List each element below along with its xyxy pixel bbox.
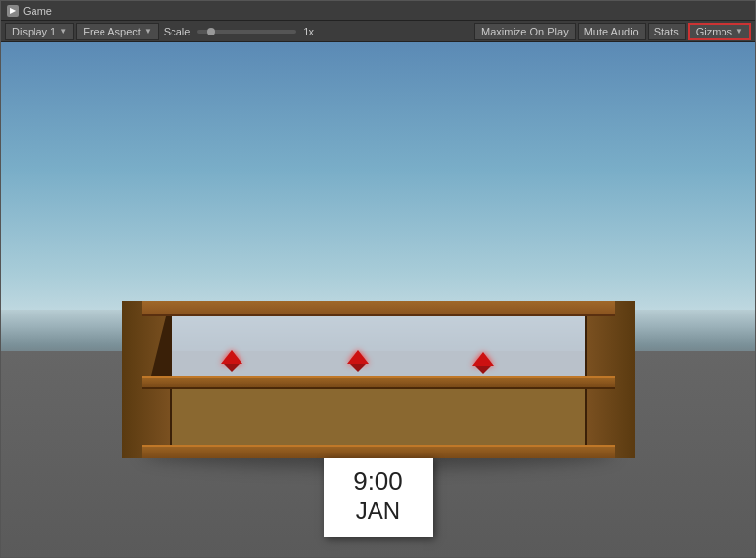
scale-value: 1x [300, 26, 317, 37]
clock-time: 9:00 [344, 466, 413, 497]
shelf-top-board [142, 301, 615, 316]
unity-game-window: ▶ Game Display 1 ▼ Free Aspect ▼ Scale 1… [0, 0, 756, 558]
scale-slider[interactable] [197, 30, 296, 34]
stats-button[interactable]: Stats [648, 23, 686, 40]
gem-left-bottom [224, 364, 240, 372]
mute-label: Mute Audio [584, 26, 639, 37]
gem-center-top [347, 350, 369, 364]
title-bar: ▶ Game [1, 1, 755, 21]
shelf-middle-board [142, 376, 615, 389]
gizmos-button[interactable]: Gizmos ▼ [688, 23, 751, 40]
gem-right-top [472, 352, 494, 366]
clock-sign: 9:00 JAN [324, 458, 433, 537]
aspect-label: Free Aspect [83, 26, 141, 37]
window-title: Game [23, 5, 52, 17]
scale-label: Scale [161, 26, 194, 37]
shelf-box [122, 301, 635, 458]
aspect-dropdown[interactable]: Free Aspect ▼ [76, 23, 159, 40]
maximize-label: Maximize On Play [481, 26, 569, 37]
display-chevron-icon: ▼ [59, 27, 67, 35]
gizmos-label: Gizmos [696, 26, 732, 37]
stats-label: Stats [654, 26, 679, 37]
clock-month: JAN [344, 497, 413, 525]
gem-center-bottom [350, 364, 366, 372]
game-window-icon: ▶ [7, 5, 19, 17]
scale-slider-thumb [207, 28, 215, 35]
gem-left-top [221, 350, 242, 364]
gem-right-bottom [475, 366, 491, 374]
shelf-interior-bottom [172, 389, 585, 445]
display-label: Display 1 [12, 26, 56, 37]
aspect-chevron-icon: ▼ [144, 27, 152, 35]
display-dropdown[interactable]: Display 1 ▼ [5, 23, 74, 40]
game-toolbar: Display 1 ▼ Free Aspect ▼ Scale 1x Maxim… [1, 21, 755, 42]
mute-audio-button[interactable]: Mute Audio [578, 23, 646, 40]
shelf-bottom-board [142, 445, 615, 458]
scale-control: Scale 1x [161, 26, 317, 37]
gizmos-chevron-icon: ▼ [735, 27, 743, 35]
game-viewport: 9:00 JAN [1, 42, 755, 557]
shelf-object [122, 301, 635, 458]
maximize-on-play-button[interactable]: Maximize On Play [474, 23, 576, 40]
